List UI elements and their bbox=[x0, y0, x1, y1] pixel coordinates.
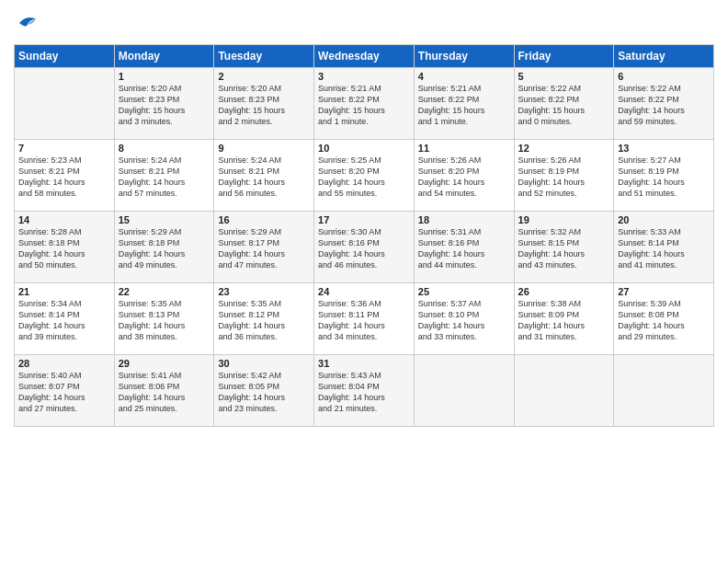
day-info: Sunrise: 5:34 AM Sunset: 8:14 PM Dayligh… bbox=[18, 298, 110, 343]
logo-icon bbox=[14, 9, 41, 37]
day-number: 26 bbox=[518, 286, 610, 297]
day-number: 8 bbox=[119, 143, 210, 154]
day-info: Sunrise: 5:43 AM Sunset: 8:04 PM Dayligh… bbox=[318, 370, 410, 415]
day-number: 14 bbox=[18, 214, 110, 225]
day-number: 25 bbox=[418, 286, 510, 297]
day-number: 1 bbox=[119, 71, 210, 82]
day-info: Sunrise: 5:37 AM Sunset: 8:10 PM Dayligh… bbox=[418, 298, 510, 343]
day-info: Sunrise: 5:31 AM Sunset: 8:16 PM Dayligh… bbox=[418, 226, 510, 271]
calendar-cell: 9Sunrise: 5:24 AM Sunset: 8:21 PM Daylig… bbox=[214, 140, 314, 212]
calendar-cell: 28Sunrise: 5:40 AM Sunset: 8:07 PM Dayli… bbox=[15, 355, 115, 427]
day-info: Sunrise: 5:35 AM Sunset: 8:12 PM Dayligh… bbox=[218, 298, 310, 343]
weekday-header-wednesday: Wednesday bbox=[314, 45, 415, 68]
day-info: Sunrise: 5:29 AM Sunset: 8:17 PM Dayligh… bbox=[218, 226, 310, 271]
day-info: Sunrise: 5:21 AM Sunset: 8:22 PM Dayligh… bbox=[418, 83, 510, 128]
calendar-cell: 19Sunrise: 5:32 AM Sunset: 8:15 PM Dayli… bbox=[514, 212, 614, 283]
weekday-header-monday: Monday bbox=[114, 45, 214, 68]
calendar-cell: 8Sunrise: 5:24 AM Sunset: 8:21 PM Daylig… bbox=[114, 140, 214, 212]
calendar-cell: 14Sunrise: 5:28 AM Sunset: 8:18 PM Dayli… bbox=[15, 212, 115, 283]
day-info: Sunrise: 5:39 AM Sunset: 8:08 PM Dayligh… bbox=[618, 298, 710, 343]
day-info: Sunrise: 5:36 AM Sunset: 8:11 PM Dayligh… bbox=[318, 298, 410, 343]
calendar-cell: 11Sunrise: 5:26 AM Sunset: 8:20 PM Dayli… bbox=[414, 140, 514, 212]
day-number: 19 bbox=[518, 214, 610, 225]
calendar-cell bbox=[614, 355, 714, 427]
calendar-cell: 5Sunrise: 5:22 AM Sunset: 8:22 PM Daylig… bbox=[514, 68, 614, 140]
calendar-cell: 7Sunrise: 5:23 AM Sunset: 8:21 PM Daylig… bbox=[15, 140, 115, 212]
day-number: 18 bbox=[418, 214, 510, 225]
day-info: Sunrise: 5:38 AM Sunset: 8:09 PM Dayligh… bbox=[518, 298, 610, 343]
day-info: Sunrise: 5:35 AM Sunset: 8:13 PM Dayligh… bbox=[119, 298, 210, 343]
day-info: Sunrise: 5:28 AM Sunset: 8:18 PM Dayligh… bbox=[18, 226, 110, 271]
day-info: Sunrise: 5:25 AM Sunset: 8:20 PM Dayligh… bbox=[318, 155, 410, 200]
weekday-header-row: SundayMondayTuesdayWednesdayThursdayFrid… bbox=[15, 45, 714, 68]
calendar-cell: 6Sunrise: 5:22 AM Sunset: 8:22 PM Daylig… bbox=[614, 68, 714, 140]
calendar-cell: 29Sunrise: 5:41 AM Sunset: 8:06 PM Dayli… bbox=[114, 355, 214, 427]
header bbox=[14, 9, 714, 37]
day-info: Sunrise: 5:21 AM Sunset: 8:22 PM Dayligh… bbox=[318, 83, 410, 128]
calendar-cell: 20Sunrise: 5:33 AM Sunset: 8:14 PM Dayli… bbox=[614, 212, 714, 283]
calendar-cell: 12Sunrise: 5:26 AM Sunset: 8:19 PM Dayli… bbox=[514, 140, 614, 212]
week-row-1: 1Sunrise: 5:20 AM Sunset: 8:23 PM Daylig… bbox=[15, 68, 714, 140]
weekday-header-sunday: Sunday bbox=[15, 45, 115, 68]
day-info: Sunrise: 5:41 AM Sunset: 8:06 PM Dayligh… bbox=[119, 370, 210, 415]
day-info: Sunrise: 5:26 AM Sunset: 8:19 PM Dayligh… bbox=[518, 155, 610, 200]
day-number: 16 bbox=[218, 214, 310, 225]
day-number: 2 bbox=[218, 71, 310, 82]
day-info: Sunrise: 5:40 AM Sunset: 8:07 PM Dayligh… bbox=[18, 370, 110, 415]
calendar-cell: 4Sunrise: 5:21 AM Sunset: 8:22 PM Daylig… bbox=[414, 68, 514, 140]
day-number: 30 bbox=[218, 358, 310, 369]
calendar-cell: 15Sunrise: 5:29 AM Sunset: 8:18 PM Dayli… bbox=[114, 212, 214, 283]
calendar-cell bbox=[514, 355, 614, 427]
week-row-2: 7Sunrise: 5:23 AM Sunset: 8:21 PM Daylig… bbox=[15, 140, 714, 212]
calendar-cell: 1Sunrise: 5:20 AM Sunset: 8:23 PM Daylig… bbox=[114, 68, 214, 140]
day-number: 12 bbox=[518, 143, 610, 154]
day-number: 4 bbox=[418, 71, 510, 82]
weekday-header-saturday: Saturday bbox=[614, 45, 714, 68]
day-info: Sunrise: 5:33 AM Sunset: 8:14 PM Dayligh… bbox=[618, 226, 710, 271]
day-info: Sunrise: 5:29 AM Sunset: 8:18 PM Dayligh… bbox=[119, 226, 210, 271]
calendar-cell: 3Sunrise: 5:21 AM Sunset: 8:22 PM Daylig… bbox=[314, 68, 415, 140]
day-info: Sunrise: 5:22 AM Sunset: 8:22 PM Dayligh… bbox=[618, 83, 710, 128]
day-number: 11 bbox=[418, 143, 510, 154]
calendar-cell: 10Sunrise: 5:25 AM Sunset: 8:20 PM Dayli… bbox=[314, 140, 415, 212]
calendar-cell: 26Sunrise: 5:38 AM Sunset: 8:09 PM Dayli… bbox=[514, 283, 614, 355]
day-info: Sunrise: 5:30 AM Sunset: 8:16 PM Dayligh… bbox=[318, 226, 410, 271]
calendar-cell: 25Sunrise: 5:37 AM Sunset: 8:10 PM Dayli… bbox=[414, 283, 514, 355]
day-info: Sunrise: 5:27 AM Sunset: 8:19 PM Dayligh… bbox=[618, 155, 710, 200]
week-row-5: 28Sunrise: 5:40 AM Sunset: 8:07 PM Dayli… bbox=[15, 355, 714, 427]
calendar-cell: 27Sunrise: 5:39 AM Sunset: 8:08 PM Dayli… bbox=[614, 283, 714, 355]
calendar-cell: 24Sunrise: 5:36 AM Sunset: 8:11 PM Dayli… bbox=[314, 283, 415, 355]
day-number: 5 bbox=[518, 71, 610, 82]
calendar-cell: 30Sunrise: 5:42 AM Sunset: 8:05 PM Dayli… bbox=[214, 355, 314, 427]
week-row-3: 14Sunrise: 5:28 AM Sunset: 8:18 PM Dayli… bbox=[15, 212, 714, 283]
week-row-4: 21Sunrise: 5:34 AM Sunset: 8:14 PM Dayli… bbox=[15, 283, 714, 355]
day-info: Sunrise: 5:23 AM Sunset: 8:21 PM Dayligh… bbox=[18, 155, 110, 200]
day-number: 3 bbox=[318, 71, 410, 82]
page: SundayMondayTuesdayWednesdayThursdayFrid… bbox=[0, 0, 728, 563]
logo bbox=[14, 9, 45, 37]
day-number: 9 bbox=[218, 143, 310, 154]
calendar-cell: 22Sunrise: 5:35 AM Sunset: 8:13 PM Dayli… bbox=[114, 283, 214, 355]
day-number: 28 bbox=[18, 358, 110, 369]
calendar-cell: 2Sunrise: 5:20 AM Sunset: 8:23 PM Daylig… bbox=[214, 68, 314, 140]
day-number: 29 bbox=[119, 358, 210, 369]
day-number: 6 bbox=[618, 71, 710, 82]
day-number: 10 bbox=[318, 143, 410, 154]
day-number: 7 bbox=[18, 143, 110, 154]
day-number: 22 bbox=[119, 286, 210, 297]
day-number: 13 bbox=[618, 143, 710, 154]
calendar-cell bbox=[414, 355, 514, 427]
calendar-cell: 16Sunrise: 5:29 AM Sunset: 8:17 PM Dayli… bbox=[214, 212, 314, 283]
day-number: 20 bbox=[618, 214, 710, 225]
weekday-header-thursday: Thursday bbox=[414, 45, 514, 68]
calendar-cell: 31Sunrise: 5:43 AM Sunset: 8:04 PM Dayli… bbox=[314, 355, 415, 427]
day-number: 24 bbox=[318, 286, 410, 297]
day-number: 31 bbox=[318, 358, 410, 369]
weekday-header-tuesday: Tuesday bbox=[214, 45, 314, 68]
day-info: Sunrise: 5:26 AM Sunset: 8:20 PM Dayligh… bbox=[418, 155, 510, 200]
calendar-cell: 13Sunrise: 5:27 AM Sunset: 8:19 PM Dayli… bbox=[614, 140, 714, 212]
day-info: Sunrise: 5:42 AM Sunset: 8:05 PM Dayligh… bbox=[218, 370, 310, 415]
day-number: 27 bbox=[618, 286, 710, 297]
day-number: 21 bbox=[18, 286, 110, 297]
calendar-cell: 21Sunrise: 5:34 AM Sunset: 8:14 PM Dayli… bbox=[15, 283, 115, 355]
